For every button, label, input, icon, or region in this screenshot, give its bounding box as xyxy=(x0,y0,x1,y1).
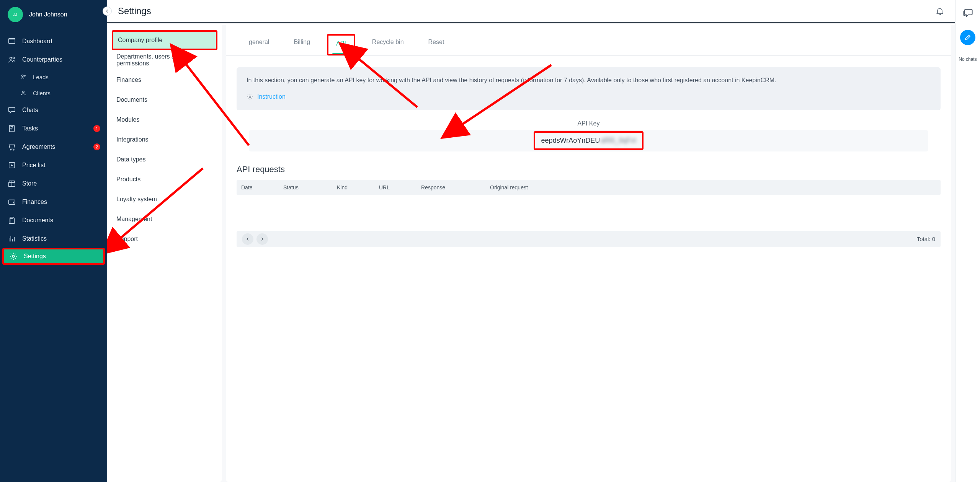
table-footer: Total: 0 xyxy=(237,231,941,247)
header-separator xyxy=(107,22,955,23)
pager-prev-button[interactable] xyxy=(242,233,253,245)
sidebar-item-label: Agreements xyxy=(22,143,55,150)
settings-nav-support[interactable]: Support xyxy=(112,229,217,249)
left-sidebar: JJ John Johnson Dashboard Counterparties… xyxy=(0,0,107,482)
settings-nav-label: Products xyxy=(116,176,140,183)
tab-label: Billing xyxy=(294,39,310,45)
sidebar-item-statistics[interactable]: Statistics xyxy=(0,230,107,248)
sidebar-item-store[interactable]: Store xyxy=(0,174,107,193)
sidebar-item-chats[interactable]: Chats xyxy=(0,101,107,119)
settings-nav-label: Management xyxy=(116,216,152,223)
sidebar-item-label: Chats xyxy=(22,107,38,114)
store-icon xyxy=(8,179,16,188)
svg-rect-0 xyxy=(9,39,15,44)
api-requests-title: API requests xyxy=(237,164,941,174)
col-url: URL xyxy=(374,184,416,191)
api-info-text: In this section, you can generate an API… xyxy=(247,76,931,85)
pager-next-button[interactable] xyxy=(256,233,268,245)
stats-icon xyxy=(8,234,16,243)
sidebar-item-label: Tasks xyxy=(22,125,38,132)
api-key-box[interactable]: eepdsWrAoYnDEUaRl5_9qFvt xyxy=(249,130,928,151)
sidebar-item-dashboard[interactable]: Dashboard xyxy=(0,32,107,50)
total-label: Total: 0 xyxy=(917,236,935,242)
chat-bubble-icon[interactable] xyxy=(962,8,973,18)
settings-nav-integrations[interactable]: Integrations xyxy=(112,130,217,150)
chat-icon xyxy=(8,106,16,114)
settings-nav-label: Company profile xyxy=(118,37,163,44)
settings-nav-label: Data types xyxy=(116,156,145,163)
tab-reset[interactable]: Reset xyxy=(421,34,452,55)
svg-point-1 xyxy=(10,57,12,60)
table-header: Date Status Kind URL Response Original r… xyxy=(237,180,941,195)
cart-icon xyxy=(8,143,16,151)
sidebar-item-pricelist[interactable]: Price list xyxy=(0,156,107,174)
settings-nav-management[interactable]: Management xyxy=(112,209,217,229)
tab-api[interactable]: API xyxy=(327,34,355,55)
settings-nav-products[interactable]: Products xyxy=(112,169,217,189)
sidebar-item-label: Clients xyxy=(33,90,51,96)
compose-button[interactable] xyxy=(960,30,975,45)
tab-label: Recycle bin xyxy=(372,39,404,45)
tab-label: API xyxy=(336,40,346,47)
col-date: Date xyxy=(237,184,279,191)
settings-nav-label: Modules xyxy=(116,116,139,123)
settings-nav-modules[interactable]: Modules xyxy=(112,110,217,130)
notifications-button[interactable] xyxy=(935,7,944,16)
settings-nav-company-profile[interactable]: Company profile xyxy=(112,30,217,50)
gear-icon xyxy=(9,252,18,261)
tab-recycle-bin[interactable]: Recycle bin xyxy=(364,34,412,55)
settings-nav-label: Support xyxy=(116,236,138,243)
settings-nav-label: Integrations xyxy=(116,136,149,143)
col-original-request: Original request xyxy=(485,184,941,191)
api-key-hidden: aRl5_9qFvt xyxy=(601,137,636,145)
tab-general[interactable]: general xyxy=(241,34,277,55)
svg-point-11 xyxy=(12,255,15,257)
sidebar-item-documents[interactable]: Documents xyxy=(0,211,107,230)
col-response: Response xyxy=(416,184,485,191)
tab-bar: general Billing API Recycle bin Reset xyxy=(226,25,951,56)
download-icon xyxy=(8,161,16,169)
tasks-icon xyxy=(8,124,16,133)
content-area: Settings Company profile Departments, us… xyxy=(107,0,955,482)
wallet-icon xyxy=(8,198,16,206)
tab-label: Reset xyxy=(428,39,444,45)
no-chats-label: No chats xyxy=(959,57,977,62)
svg-point-2 xyxy=(13,57,14,59)
svg-point-7 xyxy=(10,149,11,150)
sidebar-item-label: Leads xyxy=(33,74,49,80)
people-icon xyxy=(8,55,16,64)
sidebar-item-label: Finances xyxy=(22,199,47,205)
tasks-badge: 1 xyxy=(93,125,100,132)
settings-main-panel: general Billing API Recycle bin Reset In… xyxy=(226,25,951,482)
sidebar-item-agreements[interactable]: Agreements2 xyxy=(0,138,107,156)
sidebar-item-leads[interactable]: Leads xyxy=(0,69,107,85)
sidebar-item-finances[interactable]: Finances xyxy=(0,193,107,211)
leads-icon xyxy=(20,73,27,80)
settings-nav-documents[interactable]: Documents xyxy=(112,90,217,110)
sidebar-item-clients[interactable]: Clients xyxy=(0,85,107,101)
clients-icon xyxy=(20,90,27,96)
user-name: John Johnson xyxy=(29,11,67,18)
avatar-initials: JJ xyxy=(13,13,17,17)
api-key-label: API Key xyxy=(226,120,951,127)
settings-nav-data-types[interactable]: Data types xyxy=(112,150,217,169)
tab-billing[interactable]: Billing xyxy=(286,34,318,55)
settings-nav-finances[interactable]: Finances xyxy=(112,70,217,90)
sidebar-item-counterparties[interactable]: Counterparties xyxy=(0,50,107,69)
user-row[interactable]: JJ John Johnson xyxy=(0,0,107,32)
sidebar-item-label: Settings xyxy=(24,253,46,260)
dashboard-icon xyxy=(8,37,16,46)
svg-point-8 xyxy=(13,149,14,150)
sidebar-item-settings[interactable]: Settings xyxy=(2,248,105,265)
settings-nav-loyalty[interactable]: Loyalty system xyxy=(112,189,217,209)
back-button[interactable] xyxy=(103,7,112,16)
svg-point-4 xyxy=(24,75,25,77)
settings-nav-departments[interactable]: Departments, users and permissions xyxy=(112,50,217,70)
sidebar-item-tasks[interactable]: Tasks1 xyxy=(0,119,107,138)
sidebar-item-label: Documents xyxy=(22,217,53,224)
api-info-panel: In this section, you can generate an API… xyxy=(237,67,941,110)
col-kind: Kind xyxy=(332,184,374,191)
settings-nav-label: Loyalty system xyxy=(116,196,157,203)
instruction-link[interactable]: Instruction xyxy=(257,92,286,102)
avatar: JJ xyxy=(8,7,23,22)
